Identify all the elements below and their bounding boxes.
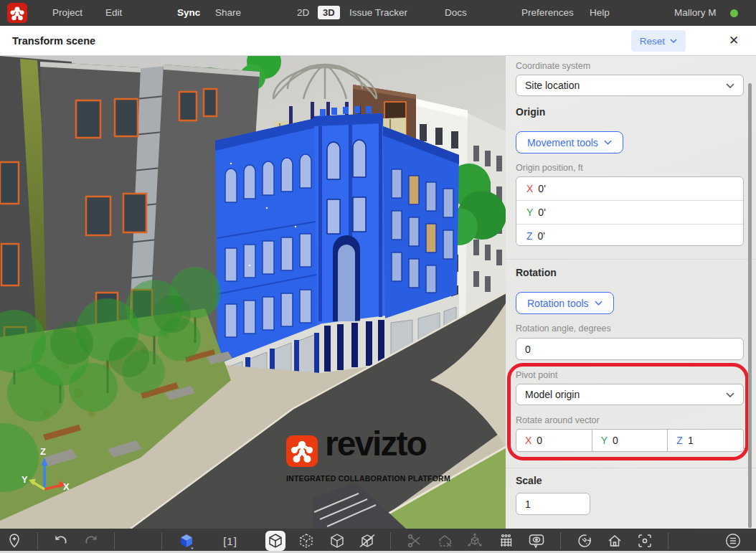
revizto-logo-icon[interactable] [7, 3, 27, 23]
move-object-button[interactable] [466, 531, 484, 550]
menu-help[interactable]: Help [590, 0, 610, 26]
origin-x-value: 0' [538, 183, 545, 194]
nav-cube-icon [178, 532, 195, 549]
user-menu[interactable]: Mallory M [674, 0, 717, 26]
vector-y-value: 0 [613, 435, 618, 446]
location-pin-icon [6, 533, 22, 549]
clip-scissors-button[interactable] [405, 531, 424, 550]
axis-x-label: X [63, 481, 70, 492]
coordinate-system-label: Coordinate system [516, 61, 590, 71]
online-status-dot [730, 9, 738, 17]
rotation-tools-label: Rotation tools [527, 298, 589, 309]
toolbar-divider [114, 532, 115, 549]
chevron-down-icon [726, 392, 734, 397]
cube-icon [268, 533, 283, 549]
chevron-down-icon [604, 140, 612, 145]
sheets-button[interactable] [724, 531, 742, 550]
vector-z-value: 1 [688, 435, 694, 446]
revizto-app: { "colors": { "accent_blue": "#3d6ff2", … [0, 0, 756, 553]
add-marker-button[interactable] [5, 531, 24, 550]
ghost-cube-icon [298, 533, 314, 549]
origin-y-field[interactable]: Y 0' [516, 200, 743, 224]
scene-render: Z X Y [0, 56, 506, 529]
restore-paint-icon [576, 532, 593, 549]
render-mode-ghost-button[interactable] [297, 531, 316, 550]
toolbar-divider [37, 532, 38, 549]
hidden-cube-icon [359, 533, 376, 549]
pivot-point-value: Model origin [525, 389, 580, 400]
menu-edit[interactable]: Edit [105, 0, 122, 26]
mode-3d-button[interactable]: 3D [318, 6, 340, 19]
axis-z-label: Z [40, 446, 46, 457]
scissors-icon [407, 533, 422, 549]
transform-scene-header: Transform scene Reset ✕ [0, 26, 756, 56]
pivot-point-label: Pivot point [516, 370, 557, 380]
home-view-button[interactable] [605, 531, 624, 550]
rotate-vector-fields: X 0 Y 0 Z 1 [516, 429, 744, 452]
toolbar-divider [390, 532, 391, 549]
zoom-extents-button[interactable] [635, 531, 654, 550]
vector-y-field[interactable]: Y 0 [592, 430, 668, 451]
pivot-point-select[interactable]: Model origin [516, 384, 744, 405]
axis-y-label: Y [22, 474, 28, 485]
bottom-toolbar: [1] [0, 529, 756, 553]
eye-bubble-icon [528, 533, 545, 549]
menu-sync[interactable]: Sync [177, 0, 200, 26]
undo-button[interactable] [52, 531, 70, 550]
issue-visibility-button[interactable] [527, 531, 546, 550]
menu-issue-tracker[interactable]: Issue Tracker [349, 0, 407, 26]
menu-share[interactable]: Share [215, 0, 241, 26]
rotation-angle-input[interactable] [516, 338, 744, 360]
coordinate-system-value: Site location [525, 80, 580, 91]
close-button[interactable]: ✕ [724, 32, 743, 50]
clip-house-icon [437, 533, 453, 549]
scale-input[interactable] [516, 493, 590, 515]
menu-project[interactable]: Project [52, 0, 82, 26]
section-divider [506, 259, 756, 260]
origin-y-value: 0' [538, 207, 545, 218]
origin-position-fields: X 0' Y 0' Z 0' [516, 176, 744, 246]
redo-icon [83, 533, 99, 549]
chevron-down-icon [670, 39, 677, 43]
rotation-heading: Rotation [516, 267, 557, 278]
focus-icon [637, 533, 653, 549]
axis-y-label: Y [601, 435, 608, 446]
cube-outline-icon [329, 533, 345, 549]
viewport-3d[interactable]: Z X Y revizto INTEGRATED COLLABORATION P… [0, 56, 506, 529]
restore-appearance-button[interactable] [575, 531, 594, 550]
rotation-angle-label: Rotation angle, degrees [516, 323, 611, 334]
vector-z-field[interactable]: Z 1 [667, 430, 743, 451]
document-list-icon [724, 532, 742, 549]
clip-box-button[interactable] [435, 531, 454, 550]
movement-tools-label: Movement tools [527, 137, 598, 148]
axis-z-label: Z [676, 435, 683, 446]
axis-y-label: Y [526, 207, 533, 218]
scale-heading: Scale [516, 475, 542, 486]
hidden-objects-button[interactable] [358, 531, 377, 550]
origin-z-field[interactable]: Z 0' [516, 224, 743, 247]
menu-docs[interactable]: Docs [445, 0, 467, 26]
render-mode-solid-button[interactable] [328, 531, 346, 550]
top-menubar: Project Edit Sync Share 2D 3D Issue Trac… [0, 0, 756, 26]
vector-x-field[interactable]: X 0 [516, 430, 592, 451]
coordinate-system-select[interactable]: Site location [516, 75, 744, 96]
origin-heading: Origin [516, 106, 545, 118]
grid-button[interactable] [496, 531, 515, 550]
chevron-down-icon [726, 83, 734, 88]
origin-x-field[interactable]: X 0' [516, 177, 743, 200]
rotation-tools-button[interactable]: Rotation tools [516, 292, 614, 314]
mode-2d-button[interactable]: 2D [297, 0, 309, 26]
reset-button[interactable]: Reset [631, 30, 686, 52]
reset-label: Reset [640, 36, 665, 47]
move-cube-icon [467, 533, 483, 549]
panel-scrollbar[interactable] [748, 83, 752, 528]
chevron-down-icon [595, 301, 603, 306]
transform-panel: Coordinate system Site location Origin M… [506, 56, 756, 529]
render-mode-default-button[interactable] [265, 531, 285, 551]
undo-icon [53, 533, 69, 549]
nav-cube-button[interactable] [177, 531, 196, 550]
frame-counter[interactable]: [1] [223, 535, 237, 547]
redo-button[interactable] [82, 531, 100, 550]
menu-preferences[interactable]: Preferences [521, 0, 574, 26]
movement-tools-button[interactable]: Movement tools [516, 131, 623, 153]
